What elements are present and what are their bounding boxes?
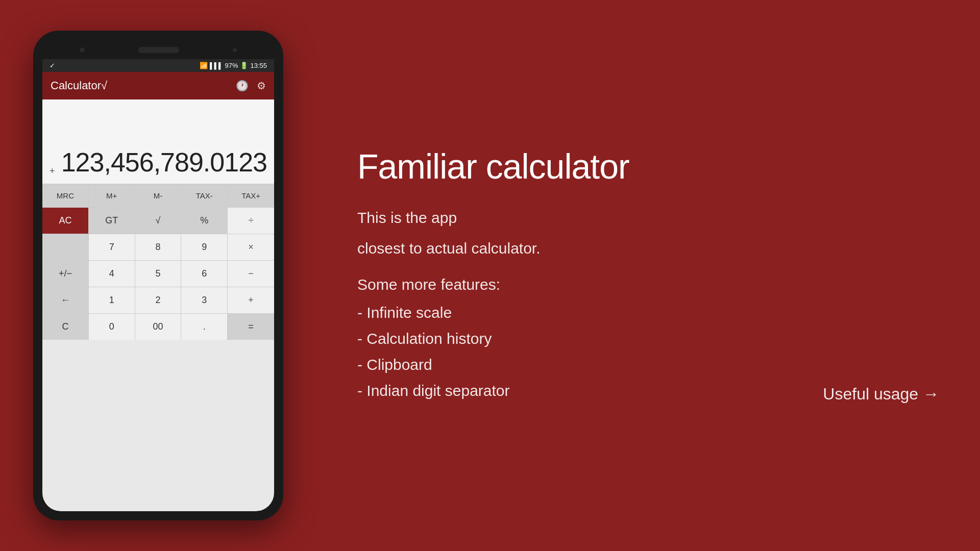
btn-9[interactable]: 9 xyxy=(181,234,228,260)
btn-sqrt[interactable]: √ xyxy=(135,208,182,234)
phone-notch-area xyxy=(42,40,274,59)
history-icon[interactable]: 🕐 xyxy=(236,80,249,92)
app-title: Calculator√ xyxy=(51,79,107,92)
description-line1: This is the app xyxy=(357,206,939,230)
btn-minus[interactable]: − xyxy=(228,261,274,287)
btn-2[interactable]: 2 xyxy=(135,287,182,313)
btn-0[interactable]: 0 xyxy=(89,314,135,340)
btn-dot[interactable]: . xyxy=(181,314,228,340)
btn-plusminus[interactable]: +/− xyxy=(42,261,89,287)
btn-gt[interactable]: GT xyxy=(89,208,135,234)
btn-00[interactable]: 00 xyxy=(135,314,182,340)
btn-clear[interactable]: C xyxy=(42,314,89,340)
app-header: Calculator√ 🕐 ⚙ xyxy=(42,72,274,99)
btn-taxplus[interactable]: TAX+ xyxy=(228,184,274,207)
speaker-grill xyxy=(138,47,179,53)
feature-infinite-scale: - Infinite scale xyxy=(357,299,939,325)
btn-3[interactable]: 3 xyxy=(181,287,228,313)
useful-usage-label: Useful usage → xyxy=(823,385,939,403)
btn-multiply[interactable]: × xyxy=(228,234,274,260)
btn-equals[interactable]: = xyxy=(228,314,274,340)
phone-mockup: ✓ 📶 ▌▌▌ 97% 🔋 13:55 Calculator√ 🕐 ⚙ xyxy=(33,31,283,520)
status-check: ✓ xyxy=(50,62,55,69)
btn-mminus[interactable]: M- xyxy=(135,184,182,207)
calc-buttons: MRC M+ M- TAX- TAX+ AC GT √ % ÷ 7 xyxy=(42,184,274,511)
btn-6[interactable]: 6 xyxy=(181,261,228,287)
btn-row-2: AC GT √ % ÷ xyxy=(42,207,274,234)
content-panel: Familiar calculator This is the app clos… xyxy=(316,117,980,435)
btn-7[interactable]: 7 xyxy=(89,234,135,260)
btn-1[interactable]: 1 xyxy=(89,287,135,313)
btn-ac[interactable]: AC xyxy=(42,208,89,234)
camera-dot xyxy=(80,47,85,53)
btn-mrc[interactable]: MRC xyxy=(42,184,89,207)
btn-empty-r3[interactable] xyxy=(42,234,89,260)
btn-taxminus[interactable]: TAX- xyxy=(181,184,228,207)
btn-plus[interactable]: + xyxy=(228,287,274,313)
useful-usage-nav[interactable]: Useful usage → xyxy=(823,385,939,404)
calc-number: 123,456,789.0123 xyxy=(61,147,267,178)
status-right-group: 📶 ▌▌▌ 97% 🔋 13:55 xyxy=(200,62,267,69)
btn-divide[interactable]: ÷ xyxy=(228,208,274,234)
btn-percent[interactable]: % xyxy=(181,208,228,234)
feature-calc-history: - Calculation history xyxy=(357,325,939,352)
signal-bars: ▌▌▌ xyxy=(210,62,223,69)
btn-row-4: +/− 4 5 6 − xyxy=(42,260,274,287)
btn-4[interactable]: 4 xyxy=(89,261,135,287)
btn-row-3: 7 8 9 × xyxy=(42,234,274,260)
app-header-icons: 🕐 ⚙ xyxy=(236,80,266,92)
settings-icon[interactable]: ⚙ xyxy=(257,80,266,92)
time-display: 13:55 xyxy=(250,62,267,69)
features-heading: Some more features: xyxy=(357,276,939,293)
phone-inner: ✓ 📶 ▌▌▌ 97% 🔋 13:55 Calculator√ 🕐 ⚙ xyxy=(42,40,274,511)
btn-row-6: C 0 00 . = xyxy=(42,313,274,340)
feature-clipboard: - Clipboard xyxy=(357,352,939,378)
main-title: Familiar calculator xyxy=(357,147,939,186)
battery-percent: 97% xyxy=(225,62,238,69)
sensor-dot xyxy=(233,48,237,52)
phone-container: ✓ 📶 ▌▌▌ 97% 🔋 13:55 Calculator√ 🕐 ⚙ xyxy=(0,0,316,551)
btn-8[interactable]: 8 xyxy=(135,234,182,260)
btn-backspace[interactable]: ← xyxy=(42,287,89,313)
btn-row-1: MRC M+ M- TAX- TAX+ xyxy=(42,184,274,207)
calc-operator: + xyxy=(50,166,55,177)
btn-row-5: ← 1 2 3 + xyxy=(42,287,274,313)
btn-5[interactable]: 5 xyxy=(135,261,182,287)
status-bar: ✓ 📶 ▌▌▌ 97% 🔋 13:55 xyxy=(42,59,274,72)
btn-mplus[interactable]: M+ xyxy=(89,184,135,207)
calc-display: + 123,456,789.0123 xyxy=(42,99,274,184)
wifi-icon: 📶 xyxy=(200,62,208,69)
check-icon: ✓ xyxy=(50,62,55,69)
description-line2: closest to actual calculator. xyxy=(357,236,939,261)
battery-icon: 🔋 xyxy=(240,62,248,69)
